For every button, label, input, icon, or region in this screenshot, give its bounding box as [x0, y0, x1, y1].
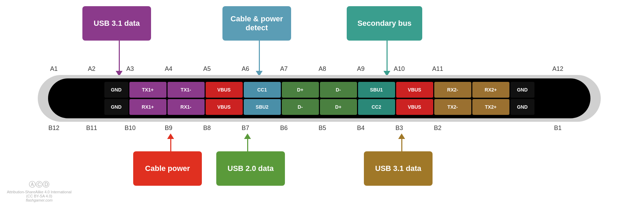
- pin-b10: RX1-: [168, 99, 205, 115]
- col-label-b10: B10: [115, 125, 146, 132]
- col-label-a10: A10: [384, 65, 415, 73]
- col-label-b7: B7: [230, 125, 261, 132]
- col-label-b3: B3: [384, 125, 415, 132]
- pin-a9: VBUS: [396, 82, 433, 98]
- pin-b6: D+: [320, 99, 357, 115]
- col-label-b4: B4: [345, 125, 376, 132]
- col-label-a1: A1: [38, 65, 69, 73]
- col-label-a7: A7: [268, 65, 299, 73]
- pin-a5: CC1: [244, 82, 281, 98]
- col-label-b5: B5: [307, 125, 338, 132]
- pin-a12: GND: [510, 82, 534, 98]
- cc-line3: flashgamer.com: [7, 198, 71, 202]
- connector-body: GND TX1+ TX1- VBUS CC1 D+ D- SBU1 VBUS R…: [38, 75, 601, 122]
- pin-b5: CC2: [358, 99, 395, 115]
- col-label-b8: B8: [192, 125, 222, 132]
- cc-line1: Attribution-ShareAlike 4.0 International: [7, 190, 71, 194]
- col-label-a2: A2: [76, 65, 107, 73]
- pin-a1: GND: [104, 82, 128, 98]
- pin-b4: VBUS: [396, 99, 433, 115]
- pin-b1: GND: [510, 99, 534, 115]
- col-label-a9: A9: [345, 65, 376, 73]
- col-label-a6: A6: [230, 65, 261, 73]
- pin-a2: TX1+: [129, 82, 166, 98]
- pin-b11: RX1+: [129, 99, 166, 115]
- pin-a6: D+: [282, 82, 319, 98]
- col-label-b2: B2: [422, 125, 453, 132]
- pin-a7: D-: [320, 82, 357, 98]
- usb31-bottom-label: USB 3.1 data: [364, 151, 433, 186]
- top-pin-row: GND TX1+ TX1- VBUS CC1 D+ D- SBU1 VBUS R…: [62, 82, 577, 98]
- pin-b12: GND: [104, 99, 128, 115]
- cc-icons: ⒶⒸⒹ: [7, 180, 71, 189]
- col-label-b11: B11: [76, 125, 107, 132]
- pin-a4: VBUS: [206, 82, 243, 98]
- pin-b7: D-: [282, 99, 319, 115]
- pin-a3: TX1-: [168, 82, 205, 98]
- col-label-a5: A5: [192, 65, 222, 73]
- col-label-b1: B1: [542, 125, 573, 132]
- col-label-a4: A4: [153, 65, 184, 73]
- usb31-top-label: USB 3.1 data: [82, 6, 151, 41]
- pin-b9: VBUS: [206, 99, 243, 115]
- usb-c-diagram: USB 3.1 data Cable & power detect Second…: [0, 0, 644, 216]
- bottom-pin-row: GND RX1+ RX1- VBUS SBU2 D- D+ CC2 VBUS T…: [62, 99, 577, 115]
- pin-a10: RX2-: [434, 82, 471, 98]
- usb20-data-label: USB 2.0 data: [216, 151, 285, 186]
- secondary-bus-label: Secondary bus: [347, 6, 422, 41]
- col-label-a11: A11: [422, 65, 453, 73]
- pin-a8: SBU1: [358, 82, 395, 98]
- cc-line2: (CC BY-SA 4.0): [7, 194, 71, 198]
- pin-a11: RX2+: [472, 82, 509, 98]
- connector-inner: GND TX1+ TX1- VBUS CC1 D+ D- SBU1 VBUS R…: [48, 78, 590, 118]
- col-label-a12: A12: [542, 65, 573, 73]
- pin-b2: TX2+: [472, 99, 509, 115]
- cable-power-detect-label: Cable & power detect: [222, 6, 291, 41]
- cable-power-label: Cable power: [133, 151, 202, 186]
- pin-b8: SBU2: [244, 99, 281, 115]
- col-label-a8: A8: [307, 65, 338, 73]
- col-label-a3: A3: [115, 65, 146, 73]
- col-label-b6: B6: [268, 125, 299, 132]
- pin-b3: TX2-: [434, 99, 471, 115]
- col-label-b9: B9: [153, 125, 184, 132]
- col-label-b12: B12: [38, 125, 69, 132]
- cc-license: ⒶⒸⒹ Attribution-ShareAlike 4.0 Internati…: [7, 180, 71, 202]
